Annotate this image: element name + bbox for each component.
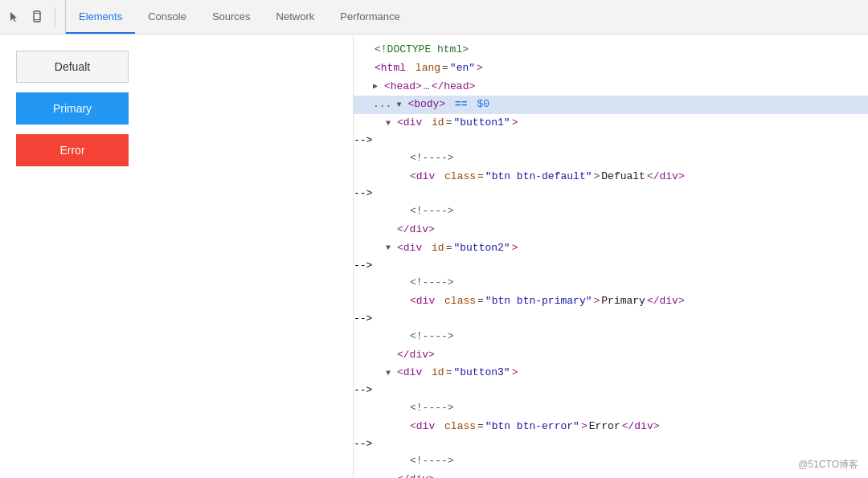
dom-line: </div> bbox=[354, 346, 868, 365]
watermark: @51CTO博客 bbox=[798, 458, 858, 472]
dom-line: </div> bbox=[354, 471, 868, 478]
button-primary[interactable]: Primary bbox=[16, 92, 129, 125]
button-error[interactable]: Error bbox=[16, 134, 129, 166]
dom-line: <!----> bbox=[354, 452, 868, 471]
dom-line: <div class="btn btn-primary" > Primary <… bbox=[354, 292, 868, 311]
tab-performance[interactable]: Performance bbox=[327, 0, 412, 34]
expand-arrow bbox=[399, 152, 408, 165]
expand-arrow bbox=[386, 349, 395, 362]
dom-line: <!DOCTYPE html> bbox=[354, 41, 868, 59]
tab-network[interactable]: Network bbox=[264, 0, 328, 34]
tab-sources[interactable]: Sources bbox=[199, 0, 264, 34]
devtools-tabs: Elements Console Sources Network Perform… bbox=[66, 0, 868, 34]
expand-arrow bbox=[399, 420, 408, 433]
tab-elements[interactable]: Elements bbox=[66, 0, 135, 34]
expand-arrow bbox=[399, 330, 408, 343]
preview-panel: Defualt Primary Error bbox=[0, 35, 354, 478]
cursor-icon[interactable] bbox=[6, 9, 23, 25]
dom-line: </div> bbox=[354, 221, 868, 239]
dom-line: <div class="btn btn-error" > Error </div… bbox=[354, 418, 868, 436]
dom-line: <!----> bbox=[354, 202, 868, 221]
expand-arrow[interactable]: ▼ bbox=[386, 117, 395, 130]
dom-panel[interactable]: <!DOCTYPE html> <html lang="en" > ▶ <hea… bbox=[354, 35, 868, 478]
dom-line: <html lang="en" > bbox=[354, 59, 868, 78]
tab-console[interactable]: Console bbox=[135, 0, 199, 34]
dom-line: <!----> bbox=[354, 149, 868, 168]
expand-arrow[interactable]: ▼ bbox=[396, 99, 406, 112]
dom-line: ▼ <div id="button1" > bbox=[354, 114, 868, 133]
main-content: Defualt Primary Error <!DOCTYPE html> <h… bbox=[0, 35, 868, 478]
dom-line: <div class="btn btn-default" > Defualt <… bbox=[354, 168, 868, 186]
expand-arrow bbox=[399, 456, 408, 468]
dom-line: <!----> bbox=[354, 328, 868, 346]
expand-arrow[interactable]: ▼ bbox=[386, 367, 395, 380]
svg-point-3 bbox=[36, 20, 37, 21]
mobile-icon[interactable] bbox=[29, 9, 45, 25]
svg-rect-0 bbox=[34, 11, 40, 22]
expand-arrow bbox=[399, 170, 408, 183]
dom-line: ▼ <div id="button2" > bbox=[354, 239, 868, 258]
devtools-icon-group bbox=[0, 0, 66, 34]
expand-arrow bbox=[399, 402, 408, 415]
expand-arrow bbox=[363, 62, 373, 75]
expand-arrow bbox=[399, 277, 408, 290]
button-default[interactable]: Defualt bbox=[16, 51, 129, 83]
expand-arrow[interactable]: ▼ bbox=[386, 242, 395, 255]
expand-arrow bbox=[399, 296, 408, 308]
dom-line: <!----> bbox=[354, 399, 868, 418]
expand-arrow bbox=[399, 206, 408, 219]
expand-arrow bbox=[363, 43, 373, 56]
dom-line: ▶ <head>…</head> bbox=[354, 78, 868, 96]
expand-arrow[interactable]: ▶ bbox=[373, 80, 383, 93]
dom-line-body: ... ▼ <body> == $0 bbox=[354, 96, 868, 114]
devtools-topbar: Elements Console Sources Network Perform… bbox=[0, 0, 868, 35]
dom-line: <!----> bbox=[354, 274, 868, 292]
expand-arrow bbox=[386, 223, 395, 236]
dom-line: ▼ <div id="button3" > bbox=[354, 364, 868, 382]
expand-arrow bbox=[386, 474, 395, 478]
